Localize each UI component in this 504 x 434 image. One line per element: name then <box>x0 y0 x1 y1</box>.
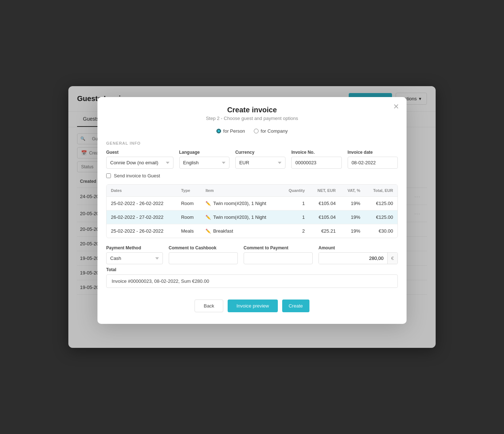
items-cell-total-eur: €125.00 <box>365 197 397 210</box>
items-cell-type: Room <box>177 197 201 210</box>
items-cell-type: Meals <box>177 224 201 238</box>
modal-close-button[interactable]: ✕ <box>393 103 399 110</box>
currency-symbol: € <box>387 253 397 264</box>
invoice-date-label: Invoice date <box>348 150 398 155</box>
items-cell-vat: 19% <box>340 224 365 238</box>
modal-overlay: Create invoice Step 2 - Choose guest and… <box>68 86 436 348</box>
items-table-row: 25-02-2022 - 26-02-2022Meals✏️Breakfast2… <box>107 224 397 238</box>
items-col-net-eur: NET, EUR <box>309 185 340 197</box>
comment-payment-label: Comment to Payment <box>244 245 313 250</box>
items-table-wrap: Dates Type Item Quantity NET, EUR VAT, %… <box>106 184 398 238</box>
items-table-body: 25-02-2022 - 26-02-2022Room✏️Twin room(#… <box>107 197 397 238</box>
items-table-row: 25-02-2022 - 26-02-2022Room✏️Twin room(#… <box>107 197 397 210</box>
total-section: Total Invoice #00000023, 08-02-2022, Sum… <box>97 266 407 292</box>
language-field-group: Language English <box>179 150 229 169</box>
items-cell-dates: 26-02-2022 - 27-02-2022 <box>107 210 177 224</box>
items-col-quantity: Quantity <box>281 185 309 197</box>
currency-select[interactable]: EUR <box>235 157 285 169</box>
amount-input[interactable] <box>319 253 387 264</box>
send-invoice-label: Send invoice to Guest <box>114 173 160 178</box>
radio-group: for Person for Company <box>97 124 407 138</box>
radio-company-label[interactable]: for Company <box>254 128 288 134</box>
invoice-no-field-group: Invoice No. <box>291 150 341 169</box>
items-table-header: Dates Type Item Quantity NET, EUR VAT, %… <box>107 185 397 197</box>
items-cell-total-eur: €125.00 <box>365 210 397 224</box>
guest-field-label: Guest <box>106 150 173 155</box>
payment-section: Payment Method Cash Comment to Cashbook … <box>97 241 407 266</box>
items-col-dates: Dates <box>107 185 177 197</box>
invoice-no-label: Invoice No. <box>291 150 341 155</box>
amount-label: Amount <box>319 245 398 250</box>
back-button[interactable]: Back <box>195 300 223 312</box>
items-table-row: 26-02-2022 - 27-02-2022Room✏️Twin room(#… <box>107 210 397 224</box>
amount-group: Amount € <box>319 245 398 264</box>
items-cell-quantity: 1 <box>281 210 309 224</box>
items-cell-quantity: 1 <box>281 197 309 210</box>
items-cell-dates: 25-02-2022 - 26-02-2022 <box>107 197 177 210</box>
send-invoice-row: Send invoice to Guest <box>97 172 407 181</box>
section-general-info-label: GENERAL INFO <box>97 138 407 147</box>
items-cell-vat: 19% <box>340 197 365 210</box>
items-cell-quantity: 2 <box>281 224 309 238</box>
comment-cashbook-input[interactable] <box>169 252 238 264</box>
create-invoice-modal: Create invoice Step 2 - Choose guest and… <box>97 97 407 324</box>
items-cell-item: ✏️Twin room(#203), 1 Night <box>201 210 281 224</box>
send-invoice-checkbox[interactable] <box>106 173 111 178</box>
edit-icon[interactable]: ✏️ <box>205 229 211 234</box>
app-window: Guests Invoices Home / Guests Invoices (… <box>68 86 436 348</box>
comment-payment-group: Comment to Payment <box>244 245 313 264</box>
guest-field-group: Guest Connie Dow (no email) <box>106 150 173 169</box>
invoice-date-input[interactable] <box>348 157 398 169</box>
items-cell-total-eur: €30.00 <box>365 224 397 238</box>
modal-title: Create invoice <box>106 106 398 114</box>
currency-field-label: Currency <box>235 150 285 155</box>
items-table: Dates Type Item Quantity NET, EUR VAT, %… <box>107 185 397 238</box>
payment-method-group: Payment Method Cash <box>106 245 163 264</box>
items-cell-dates: 25-02-2022 - 26-02-2022 <box>107 224 177 238</box>
edit-icon[interactable]: ✏️ <box>205 201 211 206</box>
language-field-label: Language <box>179 150 229 155</box>
items-col-type: Type <box>177 185 201 197</box>
items-cell-item: ✏️Breakfast <box>201 224 281 238</box>
items-cell-net-eur: €25.21 <box>309 224 340 238</box>
edit-icon[interactable]: ✏️ <box>205 215 211 220</box>
modal-header: Create invoice Step 2 - Choose guest and… <box>97 97 407 124</box>
comment-cashbook-label: Comment to Cashbook <box>169 245 238 250</box>
payment-method-select[interactable]: Cash <box>106 252 163 264</box>
items-cell-item: ✏️Twin room(#203), 1 Night <box>201 197 281 210</box>
items-cell-vat: 19% <box>340 210 365 224</box>
total-label: Total <box>106 267 398 272</box>
items-cell-net-eur: €105.04 <box>309 210 340 224</box>
items-col-total-eur: Total, EUR <box>365 185 397 197</box>
form-row-1: Guest Connie Dow (no email) Language Eng… <box>97 147 407 172</box>
payment-method-label: Payment Method <box>106 245 163 250</box>
radio-person-label[interactable]: for Person <box>216 128 245 134</box>
radio-person[interactable] <box>216 129 221 133</box>
modal-subtitle: Step 2 - Choose guest and payment option… <box>106 116 398 121</box>
currency-field-group: Currency EUR <box>235 150 285 169</box>
items-cell-type: Room <box>177 210 201 224</box>
items-col-vat: VAT, % <box>340 185 365 197</box>
modal-footer: Back Invoice preview Create <box>97 292 407 315</box>
items-cell-net-eur: €105.04 <box>309 197 340 210</box>
invoice-preview-button[interactable]: Invoice preview <box>228 300 278 312</box>
invoice-no-input[interactable] <box>291 157 341 169</box>
comment-payment-input[interactable] <box>244 252 313 264</box>
create-button[interactable]: Create <box>282 300 309 312</box>
radio-company[interactable] <box>254 129 259 133</box>
total-value: Invoice #00000023, 08-02-2022, Sum €280.… <box>106 274 398 288</box>
comment-cashbook-group: Comment to Cashbook <box>169 245 238 264</box>
language-select[interactable]: English <box>179 157 229 169</box>
guest-select[interactable]: Connie Dow (no email) <box>106 157 173 169</box>
amount-wrap: € <box>319 252 398 264</box>
items-col-item: Item <box>201 185 281 197</box>
invoice-date-field-group: Invoice date <box>348 150 398 169</box>
